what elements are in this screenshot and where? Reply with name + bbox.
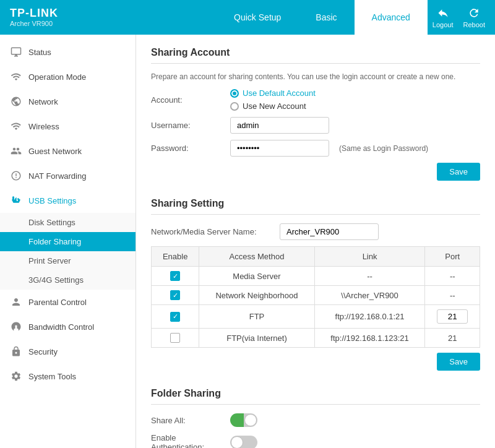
sidebar-item-guest-network[interactable]: Guest Network [0, 139, 136, 163]
sidebar-label-guest-network: Guest Network [28, 147, 82, 156]
sidebar-item-print-server[interactable]: Print Server [0, 251, 136, 270]
sidebar-item-operation-mode[interactable]: Operation Mode [0, 64, 136, 89]
reboot-button[interactable]: Reboot [463, 6, 485, 28]
sharing-account-title: Sharing Account [151, 47, 480, 64]
parental-icon [10, 296, 22, 308]
sharing-save-row: Save [151, 353, 480, 371]
row3-checkbox[interactable] [170, 333, 180, 343]
globe-icon [10, 95, 22, 108]
sidebar-label-security: Security [28, 347, 58, 356]
row0-port: -- [425, 267, 480, 286]
sidebar-label-wireless: Wireless [28, 122, 59, 131]
reboot-icon [467, 6, 481, 20]
logout-icon [436, 6, 450, 20]
radio-new-dot [230, 102, 239, 111]
row3-method: FTP(via Internet) [199, 329, 314, 348]
sharing-save-button[interactable]: Save [437, 353, 480, 371]
tab-quick-setup[interactable]: Quick Setup [217, 0, 298, 35]
row3-port: 21 [425, 329, 480, 348]
enable-auth-row: Enable Authentication: [151, 433, 480, 448]
model-name: Archer VR900 [10, 20, 58, 27]
sidebar-item-parental-control[interactable]: Parental Control [0, 290, 136, 314]
layout: Status Operation Mode Network Wireless G [0, 35, 495, 448]
server-name-input[interactable] [280, 223, 379, 240]
brand-name: TP-LINK [10, 7, 58, 20]
account-row: Account: Use Default Account Use New Acc… [151, 88, 480, 111]
header: TP-LINK Archer VR900 Quick Setup Basic A… [0, 0, 495, 35]
use-new-label: Use New Account [243, 101, 306, 111]
sidebar-item-disk-settings[interactable]: Disk Settings [0, 213, 136, 232]
col-enable: Enable [152, 247, 199, 267]
sidebar-label-network: Network [28, 97, 58, 106]
sidebar-label-nat-forwarding: NAT Forwarding [28, 171, 86, 181]
sharing-account-section: Sharing Account Prepare an account for s… [151, 47, 480, 181]
sidebar-label-system-tools: System Tools [28, 372, 76, 381]
sharing-account-desc: Prepare an account for sharing contents.… [151, 72, 480, 81]
table-row: FTP(via Internet) ftp://192.168.1.123:21… [152, 329, 480, 348]
sidebar-label-operation-mode: Operation Mode [28, 72, 86, 82]
enable-auth-toggle[interactable] [230, 436, 257, 448]
password-row: Password: (Same as Login Password) [151, 140, 480, 157]
account-radio-group: Use Default Account Use New Account [230, 88, 316, 111]
monitor-icon [10, 46, 22, 58]
row1-link: \\Archer_VR900 [314, 286, 425, 305]
use-default-label: Use Default Account [243, 88, 316, 98]
reboot-label: Reboot [463, 21, 485, 28]
use-new-option[interactable]: Use New Account [230, 101, 316, 111]
folder-sharing-title: Folder Sharing [151, 388, 480, 405]
header-actions: Logout Reboot [433, 6, 485, 28]
tab-advanced[interactable]: Advanced [355, 0, 428, 35]
sidebar-item-status[interactable]: Status [0, 40, 136, 64]
logo: TP-LINK Archer VR900 [10, 7, 58, 27]
sidebar-item-bandwidth-control[interactable]: Bandwidth Control [0, 314, 136, 339]
sidebar-item-network[interactable]: Network [0, 89, 136, 114]
share-all-row: Share All: [151, 413, 480, 427]
sidebar-item-nat-forwarding[interactable]: NAT Forwarding [0, 163, 136, 188]
sidebar-item-wireless[interactable]: Wireless [0, 114, 136, 139]
table-row: Media Server -- -- [152, 267, 480, 286]
account-label: Account: [151, 95, 225, 105]
row0-checkbox[interactable] [170, 271, 180, 281]
share-all-label: Share All: [151, 416, 225, 425]
sidebar: Status Operation Mode Network Wireless G [0, 35, 136, 448]
radio-default-dot [230, 89, 239, 98]
sidebar-item-security[interactable]: Security [0, 339, 136, 364]
sidebar-item-3g4g[interactable]: 3G/4G Settings [0, 270, 136, 290]
signal-icon [10, 71, 22, 83]
server-name-row: Network/Media Server Name: [151, 223, 480, 240]
sidebar-sub-usb: Disk Settings Folder Sharing Print Serve… [0, 213, 136, 290]
usb-icon [10, 194, 22, 207]
table-row: Network Neighborhood \\Archer_VR900 -- [152, 286, 480, 305]
sidebar-item-system-tools[interactable]: System Tools [0, 364, 136, 389]
password-input[interactable] [230, 140, 329, 157]
logout-button[interactable]: Logout [433, 6, 454, 28]
account-save-button[interactable]: Save [437, 163, 480, 181]
account-save-row: Save [151, 163, 480, 181]
share-all-toggle[interactable] [230, 413, 257, 427]
row2-port-input[interactable] [437, 309, 468, 324]
wifi-icon [10, 120, 22, 132]
tab-basic[interactable]: Basic [298, 0, 354, 35]
nav-tabs: Quick Setup Basic Advanced [217, 0, 428, 35]
server-name-label: Network/Media Server Name: [151, 227, 275, 236]
row3-link: ftp://192.168.1.123:21 [314, 329, 425, 348]
password-label: Password: [151, 144, 225, 153]
sidebar-item-usb-settings[interactable]: USB Settings [0, 188, 136, 213]
sidebar-label-bandwidth: Bandwidth Control [28, 322, 94, 332]
password-note: (Same as Login Password) [339, 144, 428, 153]
username-label: Username: [151, 121, 225, 130]
logout-label: Logout [433, 21, 454, 28]
col-port: Port [425, 247, 480, 267]
sharing-setting-title: Sharing Setting [151, 198, 480, 215]
username-input[interactable] [230, 117, 329, 134]
people-icon [10, 145, 22, 157]
folder-sharing-section: Folder Sharing Share All: Enable Authent… [151, 388, 480, 448]
sidebar-item-folder-sharing[interactable]: Folder Sharing [0, 232, 136, 251]
use-default-option[interactable]: Use Default Account [230, 88, 316, 98]
row1-checkbox[interactable] [170, 290, 180, 300]
sharing-table: Enable Access Method Link Port Media Ser… [151, 246, 480, 348]
row2-checkbox[interactable] [170, 312, 180, 322]
row0-link: -- [314, 267, 425, 286]
sharing-setting-section: Sharing Setting Network/Media Server Nam… [151, 198, 480, 371]
col-method: Access Method [199, 247, 314, 267]
